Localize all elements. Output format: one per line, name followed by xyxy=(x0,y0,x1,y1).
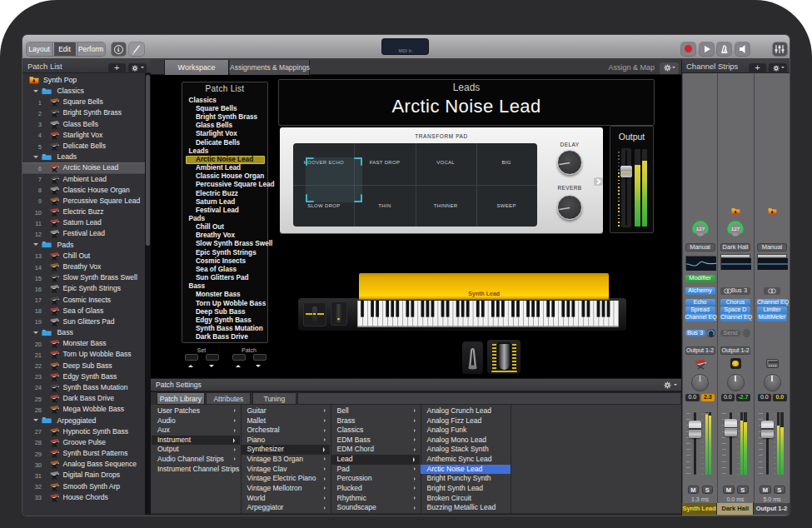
svg-text:127: 127 xyxy=(731,226,740,232)
svg-text:127: 127 xyxy=(695,226,705,232)
